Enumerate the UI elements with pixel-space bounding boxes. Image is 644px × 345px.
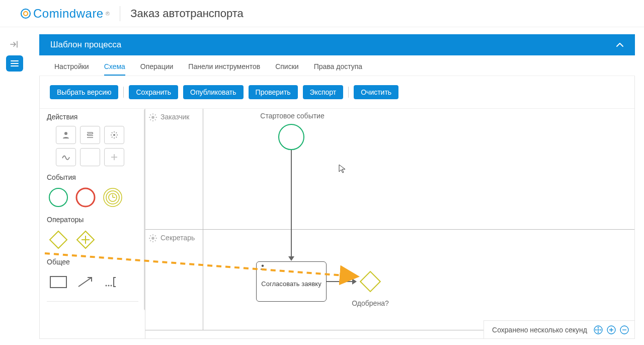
svg-rect-16 bbox=[360, 271, 380, 292]
svg-rect-8 bbox=[50, 231, 67, 248]
toolbar-separator bbox=[348, 87, 349, 98]
diamond-icon bbox=[357, 268, 384, 295]
diagram-canvas[interactable]: Заказчик Секретарь Стартовое событие bbox=[145, 109, 634, 338]
annotation-icon bbox=[104, 275, 122, 289]
svg-point-11 bbox=[106, 285, 107, 287]
check-button[interactable]: Проверить bbox=[249, 85, 298, 99]
zoom-out-button[interactable] bbox=[619, 325, 629, 335]
start-event-label: Стартовое событие bbox=[252, 112, 333, 120]
zoom-out-icon bbox=[620, 325, 629, 334]
logo-icon bbox=[20, 8, 31, 19]
brand-logo[interactable]: Comindware ® bbox=[20, 7, 110, 21]
svg-point-2 bbox=[113, 134, 115, 136]
gear-icon bbox=[148, 113, 157, 122]
element-palette: Действия bbox=[40, 109, 145, 338]
arrowhead-icon bbox=[352, 279, 357, 285]
hamburger-icon bbox=[11, 60, 19, 67]
start-event-icon bbox=[48, 187, 69, 208]
app-title: Заказ автотранспорта bbox=[130, 7, 244, 20]
pan-tool-button[interactable] bbox=[593, 325, 603, 335]
svg-point-3 bbox=[49, 188, 67, 206]
tab-schema[interactable]: Схема bbox=[104, 62, 125, 76]
schema-toolbar: Выбрать версию Сохранить Опубликовать Пр… bbox=[40, 76, 634, 109]
lane-secretary-header[interactable]: Секретарь bbox=[145, 230, 203, 330]
save-button[interactable]: Сохранить bbox=[129, 85, 178, 99]
palette-common-section: Общее bbox=[47, 258, 138, 302]
tilde-icon bbox=[61, 154, 70, 160]
tab-lists[interactable]: Списки bbox=[275, 62, 298, 76]
flow-task-to-gateway[interactable] bbox=[327, 281, 353, 282]
publish-button[interactable]: Опубликовать bbox=[183, 85, 244, 99]
move-icon bbox=[594, 325, 603, 334]
toolbar-separator bbox=[123, 87, 124, 98]
pool-item[interactable] bbox=[47, 271, 70, 293]
blank-task-item[interactable] bbox=[80, 148, 100, 166]
script-icon bbox=[86, 131, 95, 139]
gear-icon bbox=[148, 234, 157, 243]
tab-access[interactable]: Права доступа bbox=[314, 62, 362, 76]
panel-header[interactable]: Шаблон процесса bbox=[39, 34, 635, 55]
plus-icon bbox=[111, 154, 118, 161]
gateway-approved[interactable] bbox=[357, 268, 384, 295]
start-event-node[interactable] bbox=[278, 124, 304, 150]
vertical-divider bbox=[120, 6, 120, 21]
lane-customer[interactable]: Заказчик bbox=[145, 109, 634, 230]
statusbar: Сохранено несколько секунд bbox=[484, 320, 634, 338]
palette-operators-section: Операторы bbox=[47, 216, 138, 251]
tabs: Настройки Схема Операции Панели инструме… bbox=[39, 55, 635, 76]
exclusive-gateway-item[interactable] bbox=[47, 229, 70, 251]
lane-customer-header[interactable]: Заказчик bbox=[145, 109, 203, 229]
gear-icon bbox=[110, 131, 118, 139]
tab-toolbars[interactable]: Панели инструментов bbox=[188, 62, 260, 76]
clear-button[interactable]: Очистить bbox=[354, 85, 398, 99]
task-label: Согласовать заявку bbox=[261, 280, 321, 288]
content-area: Выбрать версию Сохранить Опубликовать Пр… bbox=[39, 76, 635, 339]
script-task-item[interactable] bbox=[80, 126, 100, 144]
arrow-item[interactable] bbox=[74, 271, 97, 293]
palette-common-title: Общее bbox=[47, 258, 138, 266]
choose-version-button[interactable]: Выбрать версию bbox=[50, 85, 118, 99]
svg-rect-10 bbox=[50, 277, 66, 288]
parallel-gateway-item[interactable] bbox=[74, 229, 97, 251]
svg-point-4 bbox=[76, 188, 95, 206]
expand-sidebar-button[interactable] bbox=[9, 38, 21, 50]
tab-settings[interactable]: Настройки bbox=[54, 62, 89, 76]
status-text: Сохранено несколько секунд bbox=[492, 326, 587, 334]
lane-customer-label: Заказчик bbox=[160, 113, 190, 121]
svg-point-15 bbox=[151, 237, 154, 240]
end-event-icon bbox=[75, 187, 96, 208]
diamond-icon bbox=[48, 229, 69, 250]
tab-operations[interactable]: Операции bbox=[140, 62, 174, 76]
svg-point-12 bbox=[108, 285, 110, 287]
gateway-label: Одобрена? bbox=[348, 299, 393, 307]
timer-event-icon bbox=[102, 187, 123, 208]
flow-start-to-task[interactable] bbox=[291, 150, 292, 257]
plus-task-item[interactable] bbox=[104, 148, 124, 166]
annotation-item[interactable] bbox=[101, 271, 124, 293]
left-rail bbox=[0, 27, 29, 72]
export-button[interactable]: Экспорт bbox=[303, 85, 344, 99]
task-approve-request[interactable]: Согласовать заявку bbox=[256, 261, 327, 302]
chevron-up-icon[interactable] bbox=[616, 42, 624, 47]
svg-point-0 bbox=[21, 9, 30, 18]
service-task-item[interactable] bbox=[104, 126, 124, 144]
user-task-item[interactable] bbox=[56, 126, 76, 144]
palette-actions-section: Действия bbox=[47, 113, 138, 166]
rect-icon bbox=[49, 275, 67, 289]
zoom-in-icon bbox=[607, 325, 616, 334]
svg-point-14 bbox=[151, 116, 154, 119]
end-event-item[interactable] bbox=[74, 186, 97, 209]
cursor-icon bbox=[339, 164, 346, 175]
timer-event-item[interactable] bbox=[101, 186, 124, 209]
topbar: Comindware ® Заказ автотранспорта bbox=[0, 0, 644, 27]
palette-hr bbox=[47, 301, 138, 302]
palette-actions-title: Действия bbox=[47, 113, 138, 121]
wave-task-item[interactable] bbox=[56, 148, 76, 166]
user-icon bbox=[260, 264, 266, 271]
menu-button[interactable] bbox=[6, 55, 23, 72]
lane-secretary-label: Секретарь bbox=[160, 234, 195, 242]
zoom-in-button[interactable] bbox=[606, 325, 616, 335]
expand-icon bbox=[10, 40, 19, 48]
lane-secretary[interactable]: Секретарь bbox=[145, 230, 634, 330]
start-event-item[interactable] bbox=[47, 186, 70, 209]
